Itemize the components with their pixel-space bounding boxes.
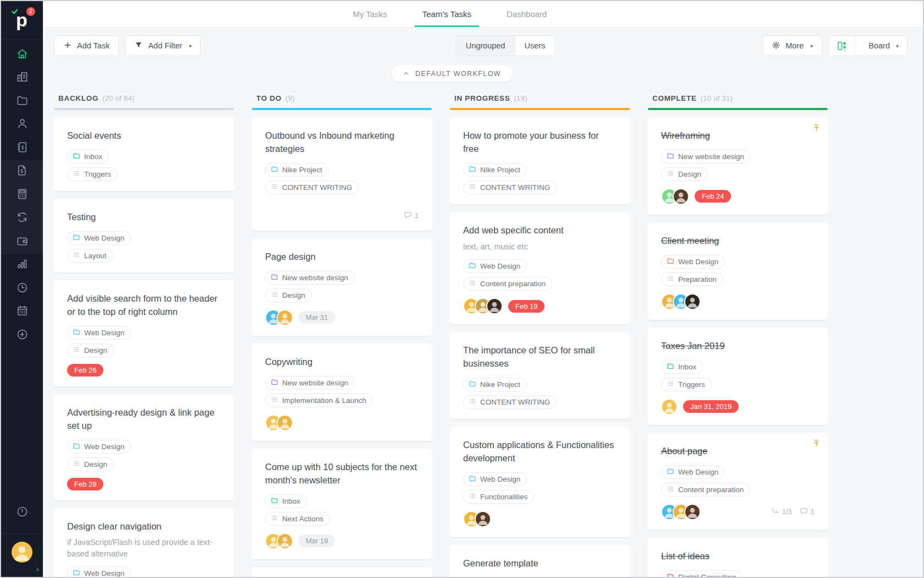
sidebar-item-wallet[interactable]: [1, 230, 43, 254]
task-card-how-to-promote-your-business-for-free[interactable]: How to promote your business for freeNik…: [450, 117, 630, 204]
sidebar-item-user[interactable]: [1, 113, 43, 137]
view-label: Board: [868, 41, 890, 50]
tag-web-design[interactable]: Web Design: [661, 255, 725, 269]
column-header: BACKLOG (20 of 64): [54, 90, 234, 108]
task-card-custom-applications-functionalities-development[interactable]: Custom applications & Functionalities de…: [450, 427, 630, 537]
sidebar-item-clock[interactable]: [1, 277, 43, 301]
task-card-outbound-vs-inbound-marketing-strategies[interactable]: Outbound vs Inbound marketing strategies…: [252, 117, 432, 231]
task-title: Client meeting: [661, 235, 815, 248]
task-card-add-visible-search-form-to-the-header-or-to-the-top-of-right-column[interactable]: Add visible search form to the header or…: [54, 280, 234, 386]
tab-my-tasks[interactable]: My Tasks: [353, 1, 387, 27]
tag-design[interactable]: Design: [67, 343, 114, 357]
tag-layout[interactable]: Layout: [67, 249, 113, 263]
tag-next-actions[interactable]: Next Actions: [265, 512, 330, 526]
tag-label: Design: [84, 460, 107, 468]
sidebar-item-calculator[interactable]: [1, 183, 43, 207]
tag-content-preparation[interactable]: Content preparation: [463, 277, 552, 291]
tag-web-design[interactable]: Web Design: [67, 566, 131, 577]
task-card-the-importance-of-seo-for-small-businesses[interactable]: The importance of SEO for small business…: [450, 332, 630, 419]
list-icon: [271, 291, 278, 300]
task-card-page-design[interactable]: Page designNew website designDesignMar 3…: [252, 238, 432, 336]
add-task-button[interactable]: Add Task: [54, 35, 119, 56]
tag-nike-project[interactable]: Nike Project: [463, 163, 527, 177]
tag-design[interactable]: Design: [661, 167, 708, 181]
tag-inbox[interactable]: Inbox: [265, 494, 307, 508]
tag-new-website-design[interactable]: New website design: [265, 271, 355, 285]
tag-web-design[interactable]: Web Design: [463, 259, 527, 273]
tag-content-writing[interactable]: CONTENT WRITING: [463, 395, 557, 409]
tag-label: Content preparation: [480, 280, 546, 288]
task-card-add-visible-search-form-to-the-header-or-to-the-top-of-right-column[interactable]: Add visible search form to the header or…: [252, 567, 432, 577]
sidebar-item-buildings[interactable]: [1, 67, 43, 90]
folder-icon: [667, 467, 674, 477]
tag-web-design[interactable]: Web Design: [67, 231, 131, 245]
view-switcher-button[interactable]: Board ▾: [828, 35, 908, 56]
task-card-wireframing[interactable]: WireframingNew website designDesignFeb 2…: [648, 117, 828, 215]
tag-implementation-launch[interactable]: Implementation & Launch: [265, 394, 373, 407]
sidebar-item-bar-chart[interactable]: [1, 254, 43, 277]
task-card-taxes-jan-2019[interactable]: Taxes Jan 2019InboxTriggersJan 31, 2019: [648, 328, 828, 425]
tab-team-s-tasks[interactable]: Team's Tasks: [422, 1, 471, 27]
column-to-do: TO DO (9) Outbound vs Inbound marketing …: [252, 90, 432, 577]
folder-icon: [469, 475, 476, 484]
task-title: Generate template: [463, 557, 617, 570]
toggle-users[interactable]: Users: [515, 36, 554, 56]
sidebar-item-home[interactable]: [1, 43, 43, 67]
task-card-advertising-ready-design-link-page-set-up[interactable]: Advertising-ready design & link page set…: [54, 394, 234, 500]
view-label-area: Board ▾: [860, 41, 907, 50]
sidebar-expand-chevron[interactable]: ›: [36, 564, 39, 575]
task-card-generate-template[interactable]: Generate templateNike ProjectSTRATEGY & …: [450, 545, 630, 577]
comment-count: 1: [404, 211, 419, 221]
workflow-collapse-pill[interactable]: DEFAULT WORKFLOW: [392, 65, 513, 82]
add-filter-button[interactable]: Add Filter ▾: [125, 35, 201, 56]
tag-digital-consulting[interactable]: Digital Consulting: [661, 570, 743, 577]
tag-functionalities[interactable]: Functionalities: [463, 490, 534, 504]
tag-content-writing[interactable]: CONTENT WRITING: [463, 181, 557, 194]
task-card-list-of-ideas[interactable]: List of ideasDigital ConsultingResearch: [648, 538, 828, 577]
calculator-icon: [16, 188, 29, 203]
tag-preparation[interactable]: Preparation: [661, 272, 723, 286]
task-card-design-clear-navigation[interactable]: Design clear navigationif JavaScript/Fla…: [54, 508, 234, 577]
sidebar-item-alerts[interactable]: [1, 501, 43, 525]
tag-list: Nike ProjectCONTENT WRITING: [463, 163, 617, 194]
tag-triggers[interactable]: Triggers: [67, 167, 118, 181]
tag-new-website-design[interactable]: New website design: [661, 150, 751, 163]
tag-nike-project[interactable]: Nike Project: [463, 378, 527, 391]
task-card-come-up-with-10-subjects-for-the-next-month-s-newsletter[interactable]: Come up with 10 subjects for the next mo…: [252, 449, 432, 559]
sidebar-item-estimate-file[interactable]: $: [1, 160, 43, 184]
tag-content-preparation[interactable]: Content preparation: [661, 483, 750, 497]
tag-nike-project[interactable]: Nike Project: [265, 163, 329, 177]
tag-design[interactable]: Design: [265, 288, 312, 302]
task-card-social-events[interactable]: Social eventsInboxTriggers: [54, 117, 234, 191]
sidebar-item-sync[interactable]: [1, 207, 43, 231]
toggle-ungrouped[interactable]: Ungrouped: [457, 36, 515, 56]
sidebar-item-plus-circle[interactable]: [1, 324, 43, 347]
tag-inbox[interactable]: Inbox: [661, 360, 703, 374]
more-button[interactable]: More ▾: [762, 35, 822, 56]
sidebar-item-invoice-book[interactable]: $: [1, 137, 43, 160]
tag-inbox[interactable]: Inbox: [67, 150, 109, 163]
task-card-client-meeting[interactable]: Client meetingWeb DesignPreparation: [648, 222, 828, 320]
logo-check-icon: [10, 8, 20, 19]
sidebar: p 2 $$ ›: [1, 1, 43, 577]
clock-icon: [16, 281, 29, 296]
avatar: [486, 298, 503, 314]
task-card-testing[interactable]: TestingWeb DesignLayout: [54, 199, 234, 272]
sidebar-item-folder[interactable]: [1, 90, 43, 113]
tag-content-writing[interactable]: CONTENT WRITING: [265, 181, 359, 194]
sidebar-item-calendar[interactable]: [1, 301, 43, 324]
task-card-copywriting[interactable]: CopywritingNew website designImplementat…: [252, 343, 432, 441]
task-card-add-web-specific-content[interactable]: Add web specific contenttext, art, music…: [450, 212, 630, 324]
tag-web-design[interactable]: Web Design: [463, 472, 527, 486]
tag-new-website-design[interactable]: New website design: [265, 376, 355, 390]
tab-dashboard[interactable]: Dashboard: [507, 1, 547, 27]
user-avatar[interactable]: [12, 542, 32, 563]
app-logo[interactable]: p 2: [12, 8, 32, 32]
tag-web-design[interactable]: Web Design: [661, 465, 725, 479]
tag-triggers[interactable]: Triggers: [661, 378, 712, 391]
task-card-about-page[interactable]: About pageWeb DesignContent preparation1…: [648, 433, 828, 530]
tag-web-design[interactable]: Web Design: [67, 326, 131, 340]
tag-design[interactable]: Design: [67, 457, 114, 471]
tag-web-design[interactable]: Web Design: [67, 440, 131, 454]
column-cards: How to promote your business for freeNik…: [450, 117, 630, 577]
